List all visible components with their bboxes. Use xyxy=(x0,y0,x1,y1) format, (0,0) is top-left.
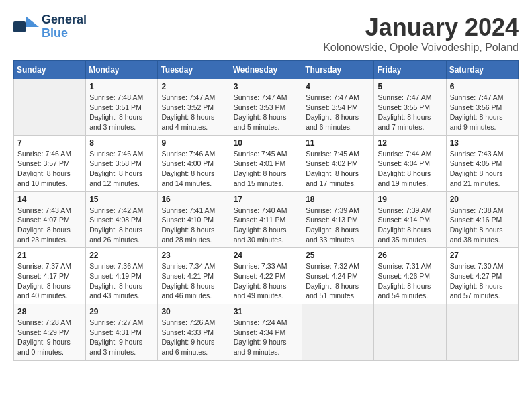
day-info: Sunrise: 7:27 AM Sunset: 4:31 PM Dayligh… xyxy=(89,318,154,357)
day-info: Sunrise: 7:32 AM Sunset: 4:24 PM Dayligh… xyxy=(306,261,370,301)
day-number: 28 xyxy=(17,307,82,316)
day-info: Sunrise: 7:47 AM Sunset: 3:54 PM Dayligh… xyxy=(306,93,370,132)
calendar-day-cell: 24Sunrise: 7:33 AM Sunset: 4:22 PM Dayli… xyxy=(230,248,302,304)
day-number: 27 xyxy=(450,250,515,260)
calendar-day-cell xyxy=(374,304,446,361)
subtitle: Kolonowskie, Opole Voivodeship, Poland xyxy=(323,42,519,54)
calendar-week-row: 1Sunrise: 7:48 AM Sunset: 3:51 PM Daylig… xyxy=(14,79,519,136)
day-info: Sunrise: 7:30 AM Sunset: 4:27 PM Dayligh… xyxy=(450,261,515,301)
day-info: Sunrise: 7:24 AM Sunset: 4:34 PM Dayligh… xyxy=(234,318,299,357)
calendar-day-cell: 21Sunrise: 7:37 AM Sunset: 4:17 PM Dayli… xyxy=(14,248,86,304)
day-info: Sunrise: 7:45 AM Sunset: 4:02 PM Dayligh… xyxy=(306,149,370,189)
day-of-week-header: Saturday xyxy=(446,61,518,79)
day-info: Sunrise: 7:36 AM Sunset: 4:19 PM Dayligh… xyxy=(89,261,154,301)
day-number: 7 xyxy=(17,138,82,148)
day-info: Sunrise: 7:37 AM Sunset: 4:17 PM Dayligh… xyxy=(17,261,82,301)
day-info: Sunrise: 7:42 AM Sunset: 4:08 PM Dayligh… xyxy=(89,205,154,245)
calendar-day-cell: 18Sunrise: 7:39 AM Sunset: 4:13 PM Dayli… xyxy=(302,191,374,248)
calendar-day-cell: 10Sunrise: 7:45 AM Sunset: 4:01 PM Dayli… xyxy=(230,135,302,191)
day-info: Sunrise: 7:38 AM Sunset: 4:16 PM Dayligh… xyxy=(450,205,515,245)
day-of-week-header: Monday xyxy=(86,61,158,79)
calendar-day-cell: 14Sunrise: 7:43 AM Sunset: 4:07 PM Dayli… xyxy=(14,191,86,248)
calendar-day-cell: 19Sunrise: 7:39 AM Sunset: 4:14 PM Dayli… xyxy=(374,191,446,248)
day-number: 26 xyxy=(378,250,442,260)
calendar-week-row: 7Sunrise: 7:46 AM Sunset: 3:57 PM Daylig… xyxy=(14,135,519,191)
day-info: Sunrise: 7:34 AM Sunset: 4:21 PM Dayligh… xyxy=(161,261,226,301)
calendar-day-cell xyxy=(302,304,374,361)
calendar-week-row: 28Sunrise: 7:28 AM Sunset: 4:29 PM Dayli… xyxy=(14,304,519,361)
day-info: Sunrise: 7:48 AM Sunset: 3:51 PM Dayligh… xyxy=(89,93,154,132)
title-section: January 2024 Kolonowskie, Opole Voivodes… xyxy=(323,13,519,54)
day-number: 9 xyxy=(161,138,226,148)
calendar-day-cell: 11Sunrise: 7:45 AM Sunset: 4:02 PM Dayli… xyxy=(302,135,374,191)
calendar-day-cell: 29Sunrise: 7:27 AM Sunset: 4:31 PM Dayli… xyxy=(86,304,158,361)
day-number: 17 xyxy=(234,195,299,204)
day-number: 11 xyxy=(306,138,370,148)
calendar: SundayMondayTuesdayWednesdayThursdayFrid… xyxy=(13,60,519,361)
day-number: 14 xyxy=(17,195,82,204)
day-number: 20 xyxy=(450,195,515,204)
day-number: 22 xyxy=(89,250,154,260)
month-title: January 2024 xyxy=(323,13,519,42)
day-number: 31 xyxy=(234,307,299,316)
calendar-day-cell: 20Sunrise: 7:38 AM Sunset: 4:16 PM Dayli… xyxy=(446,191,518,248)
logo-line1: General xyxy=(42,13,87,27)
day-number: 18 xyxy=(306,195,370,204)
day-number: 12 xyxy=(378,138,442,148)
calendar-week-row: 14Sunrise: 7:43 AM Sunset: 4:07 PM Dayli… xyxy=(14,191,519,248)
day-number: 13 xyxy=(450,138,515,148)
day-info: Sunrise: 7:40 AM Sunset: 4:11 PM Dayligh… xyxy=(234,205,299,245)
day-number: 5 xyxy=(378,82,442,91)
day-of-week-header: Thursday xyxy=(302,61,374,79)
calendar-day-cell: 26Sunrise: 7:31 AM Sunset: 4:26 PM Dayli… xyxy=(374,248,446,304)
day-info: Sunrise: 7:45 AM Sunset: 4:01 PM Dayligh… xyxy=(234,149,299,189)
day-number: 29 xyxy=(89,307,154,316)
header: General Blue January 2024 Kolonowskie, O… xyxy=(13,13,519,54)
day-number: 3 xyxy=(234,82,299,91)
calendar-week-row: 21Sunrise: 7:37 AM Sunset: 4:17 PM Dayli… xyxy=(14,248,519,304)
day-of-week-header: Tuesday xyxy=(158,61,230,79)
calendar-day-cell: 30Sunrise: 7:26 AM Sunset: 4:33 PM Dayli… xyxy=(158,304,230,361)
day-number: 1 xyxy=(89,82,154,91)
calendar-day-cell xyxy=(14,79,86,136)
day-info: Sunrise: 7:44 AM Sunset: 4:04 PM Dayligh… xyxy=(378,149,442,189)
logo-line2: Blue xyxy=(42,27,87,40)
day-info: Sunrise: 7:46 AM Sunset: 3:57 PM Dayligh… xyxy=(17,149,82,189)
calendar-day-cell: 23Sunrise: 7:34 AM Sunset: 4:21 PM Dayli… xyxy=(158,248,230,304)
day-info: Sunrise: 7:39 AM Sunset: 4:13 PM Dayligh… xyxy=(306,205,370,245)
day-number: 16 xyxy=(161,195,226,204)
day-number: 6 xyxy=(450,82,515,91)
day-info: Sunrise: 7:47 AM Sunset: 3:56 PM Dayligh… xyxy=(450,93,515,132)
day-of-week-header: Sunday xyxy=(14,61,86,79)
day-info: Sunrise: 7:47 AM Sunset: 3:53 PM Dayligh… xyxy=(234,93,299,132)
day-info: Sunrise: 7:33 AM Sunset: 4:22 PM Dayligh… xyxy=(234,261,299,301)
day-info: Sunrise: 7:46 AM Sunset: 3:58 PM Dayligh… xyxy=(89,149,154,189)
day-number: 4 xyxy=(306,82,370,91)
calendar-day-cell: 25Sunrise: 7:32 AM Sunset: 4:24 PM Dayli… xyxy=(302,248,374,304)
day-number: 19 xyxy=(378,195,442,204)
calendar-day-cell: 17Sunrise: 7:40 AM Sunset: 4:11 PM Dayli… xyxy=(230,191,302,248)
calendar-day-cell: 3Sunrise: 7:47 AM Sunset: 3:53 PM Daylig… xyxy=(230,79,302,136)
calendar-day-cell: 2Sunrise: 7:47 AM Sunset: 3:52 PM Daylig… xyxy=(158,79,230,136)
day-info: Sunrise: 7:41 AM Sunset: 4:10 PM Dayligh… xyxy=(161,205,226,245)
day-number: 10 xyxy=(234,138,299,148)
day-info: Sunrise: 7:43 AM Sunset: 4:05 PM Dayligh… xyxy=(450,149,515,189)
day-of-week-header: Wednesday xyxy=(230,61,302,79)
calendar-day-cell: 6Sunrise: 7:47 AM Sunset: 3:56 PM Daylig… xyxy=(446,79,518,136)
day-info: Sunrise: 7:43 AM Sunset: 4:07 PM Dayligh… xyxy=(17,205,82,245)
calendar-day-cell: 28Sunrise: 7:28 AM Sunset: 4:29 PM Dayli… xyxy=(14,304,86,361)
day-number: 25 xyxy=(306,250,370,260)
day-number: 8 xyxy=(89,138,154,148)
calendar-day-cell: 15Sunrise: 7:42 AM Sunset: 4:08 PM Dayli… xyxy=(86,191,158,248)
calendar-day-cell: 22Sunrise: 7:36 AM Sunset: 4:19 PM Dayli… xyxy=(86,248,158,304)
day-number: 2 xyxy=(161,82,226,91)
calendar-day-cell xyxy=(446,304,518,361)
day-info: Sunrise: 7:39 AM Sunset: 4:14 PM Dayligh… xyxy=(378,205,442,245)
calendar-day-cell: 9Sunrise: 7:46 AM Sunset: 4:00 PM Daylig… xyxy=(158,135,230,191)
day-number: 24 xyxy=(234,250,299,260)
day-info: Sunrise: 7:46 AM Sunset: 4:00 PM Dayligh… xyxy=(161,149,226,189)
day-info: Sunrise: 7:31 AM Sunset: 4:26 PM Dayligh… xyxy=(378,261,442,301)
day-number: 21 xyxy=(17,250,82,260)
calendar-day-cell: 5Sunrise: 7:47 AM Sunset: 3:55 PM Daylig… xyxy=(374,79,446,136)
calendar-day-cell: 31Sunrise: 7:24 AM Sunset: 4:34 PM Dayli… xyxy=(230,304,302,361)
